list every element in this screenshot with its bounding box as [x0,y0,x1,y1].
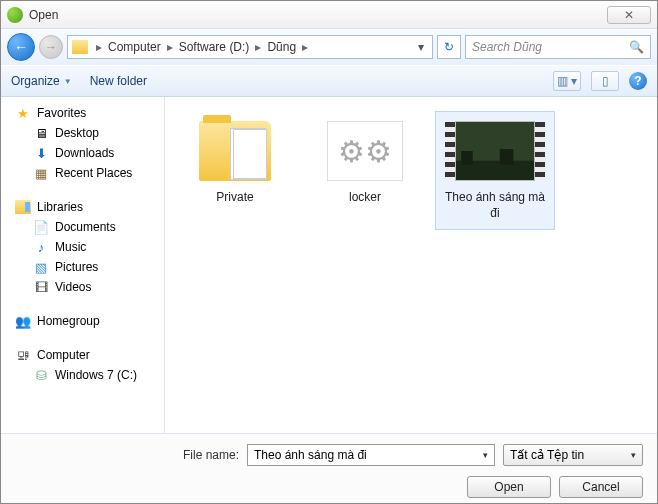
tree-group-homegroup: 👥 Homegroup [1,311,164,331]
search-icon: 🔍 [629,40,644,54]
tree-head-favorites[interactable]: ★ Favorites [1,103,164,123]
computer-label: Computer [37,348,90,362]
sidebar-item-music[interactable]: ♪Music [1,237,164,257]
crumb-computer[interactable]: Computer [106,40,163,54]
nav-back-button[interactable]: ← [7,33,35,61]
breadcrumb[interactable]: ▸ Computer ▸ Software (D:) ▸ Dũng ▸ ▾ [67,35,433,59]
search-input[interactable]: Search Dũng 🔍 [465,35,651,59]
tree-group-libraries: Libraries 📄Documents ♪Music ▧Pictures 🎞V… [1,197,164,297]
sidebar-item-recent[interactable]: ▦Recent Places [1,163,164,183]
filter-value: Tất cả Tệp tin [510,448,584,462]
breadcrumb-dropdown[interactable]: ▾ [414,40,428,54]
libraries-icon [15,199,31,215]
homegroup-icon: 👥 [15,313,31,329]
chevron-icon: ▸ [298,40,312,54]
video-thumb [455,118,535,184]
new-folder-button[interactable]: New folder [90,74,147,88]
desktop-icon: 🖥 [33,125,49,141]
filename-input[interactable]: Theo ánh sáng mà đi ▾ [247,444,495,466]
search-placeholder: Search Dũng [472,40,542,54]
footer: File name: Theo ánh sáng mà đi ▾ Tất cả … [1,433,657,503]
pictures-icon: ▧ [33,259,49,275]
help-button[interactable]: ? [629,72,647,90]
computer-icon: 🖳 [15,347,31,363]
toolbar: Organize ▼ New folder ▥ ▾ ▯ ? [1,65,657,97]
file-item-video[interactable]: Theo ánh sáng mà đi [435,111,555,230]
file-label: Private [180,190,290,206]
file-label: locker [310,190,420,206]
sidebar-item-videos[interactable]: 🎞Videos [1,277,164,297]
music-icon: ♪ [33,239,49,255]
filetype-filter[interactable]: Tất cả Tệp tin ▾ [503,444,643,466]
open-button[interactable]: Open [467,476,551,498]
folder-icon [72,40,88,54]
nav-forward-button[interactable]: → [39,35,63,59]
tree-head-libraries[interactable]: Libraries [1,197,164,217]
chevron-down-icon: ▾ [483,450,488,460]
file-label: Theo ánh sáng mà đi [440,190,550,221]
libraries-label: Libraries [37,200,83,214]
file-item-locker[interactable]: ⚙⚙ locker [305,111,425,215]
title-bar: Open ✕ [1,1,657,29]
preview-pane-button[interactable]: ▯ [591,71,619,91]
chevron-icon: ▸ [92,40,106,54]
file-item-private[interactable]: Private [175,111,295,215]
cancel-button[interactable]: Cancel [559,476,643,498]
chevron-down-icon: ▾ [631,450,636,460]
file-list[interactable]: Private ⚙⚙ locker Theo ánh sáng mà đi [165,97,657,433]
filename-value: Theo ánh sáng mà đi [254,448,367,462]
app-icon [7,7,23,23]
drive-icon: ⛁ [33,367,49,383]
sidebar: ★ Favorites 🖥Desktop ⬇Downloads ▦Recent … [1,97,165,433]
close-button[interactable]: ✕ [607,6,651,24]
crumb-folder[interactable]: Dũng [265,40,298,54]
crumb-drive[interactable]: Software (D:) [177,40,252,54]
homegroup-label: Homegroup [37,314,100,328]
tree-head-homegroup[interactable]: 👥 Homegroup [1,311,164,331]
nav-bar: ← → ▸ Computer ▸ Software (D:) ▸ Dũng ▸ … [1,29,657,65]
chevron-icon: ▸ [163,40,177,54]
download-icon: ⬇ [33,145,49,161]
tree-group-computer: 🖳 Computer ⛁Windows 7 (C:) [1,345,164,385]
folder-thumb [195,118,275,184]
sidebar-item-downloads[interactable]: ⬇Downloads [1,143,164,163]
sidebar-item-pictures[interactable]: ▧Pictures [1,257,164,277]
star-icon: ★ [15,105,31,121]
sidebar-item-documents[interactable]: 📄Documents [1,217,164,237]
refresh-button[interactable]: ↻ [437,35,461,59]
dialog-body: ★ Favorites 🖥Desktop ⬇Downloads ▦Recent … [1,97,657,433]
favorites-label: Favorites [37,106,86,120]
videos-icon: 🎞 [33,279,49,295]
view-mode-button[interactable]: ▥ ▾ [553,71,581,91]
gears-thumb: ⚙⚙ [325,118,405,184]
tree-head-computer[interactable]: 🖳 Computer [1,345,164,365]
chevron-down-icon: ▼ [64,77,72,86]
window-title: Open [29,8,607,22]
recent-icon: ▦ [33,165,49,181]
document-icon: 📄 [33,219,49,235]
organize-label: Organize [11,74,60,88]
sidebar-item-drive-c[interactable]: ⛁Windows 7 (C:) [1,365,164,385]
chevron-icon: ▸ [251,40,265,54]
sidebar-item-desktop[interactable]: 🖥Desktop [1,123,164,143]
tree-group-favorites: ★ Favorites 🖥Desktop ⬇Downloads ▦Recent … [1,103,164,183]
filename-label: File name: [183,448,239,462]
organize-button[interactable]: Organize ▼ [11,74,72,88]
